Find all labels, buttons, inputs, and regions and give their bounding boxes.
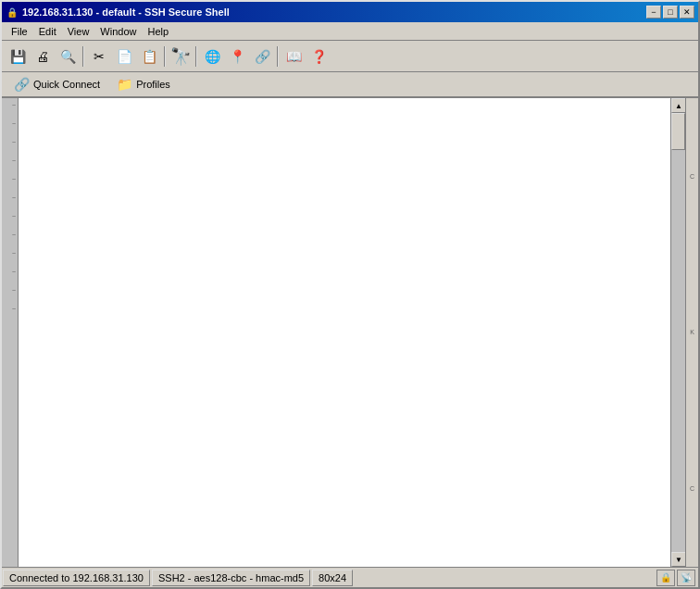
left-ruler: ~ ~ ~ ~ ~ ~ ~ ~ ~ ~ ~ ~ xyxy=(2,98,19,567)
terminal-line xyxy=(20,219,669,235)
cut-button[interactable]: ✂ xyxy=(87,44,111,69)
statusbar: Connected to 192.168.31.130 SSH2 - aes12… xyxy=(2,567,698,587)
indicator-c: C xyxy=(690,173,694,180)
scroll-down-button[interactable]: ▼ xyxy=(671,552,686,567)
print-button[interactable]: 🖨 xyxy=(31,44,55,69)
menu-view[interactable]: View xyxy=(62,24,95,39)
ruler-tick: ~ xyxy=(2,213,18,232)
terminal-line xyxy=(20,441,669,457)
book-button[interactable]: 📖 xyxy=(281,44,306,69)
menu-window[interactable]: Window xyxy=(94,24,142,39)
status-size: 80x24 xyxy=(312,570,353,586)
scrollbar-thumb[interactable] xyxy=(671,113,685,150)
indicator-k: K xyxy=(690,329,694,335)
menu-help[interactable]: Help xyxy=(142,24,174,39)
scroll-up-button[interactable]: ▲ xyxy=(671,98,686,113)
right-indicators: C K C xyxy=(685,98,698,567)
zoom-button[interactable]: 🔍 xyxy=(56,44,80,69)
minimize-button[interactable]: − xyxy=(646,6,661,19)
terminal-line xyxy=(20,352,669,369)
ruler-tick: ~ xyxy=(2,157,18,176)
app-icon: 🔒 xyxy=(6,6,19,19)
titlebar-left: 🔒 192.168.31.130 - default - SSH Secure … xyxy=(6,6,230,19)
ruler-tick: ~ xyxy=(2,232,18,250)
quick-connect-icon: 🔗 xyxy=(14,77,30,92)
ruler-tick: ~ xyxy=(2,306,18,324)
ruler-tick: ~ xyxy=(2,139,18,157)
subtoolbar: 🔗 Quick Connect 📁 Profiles xyxy=(2,72,698,98)
ruler-tick: ~ xyxy=(2,269,18,287)
connection-text: Connected to 192.168.31.130 xyxy=(9,572,144,583)
status-connection: Connected to 192.168.31.130 xyxy=(3,570,150,586)
save-button[interactable]: 💾 xyxy=(6,44,30,69)
paste-button[interactable]: 📋 xyxy=(137,44,161,69)
ruler-tick: ~ xyxy=(2,250,18,269)
status-icon-2: 📡 xyxy=(677,570,695,586)
terminal-line xyxy=(20,174,669,191)
toolbar: 💾 🖨 🔍 ✂ 📄 📋 🔭 🌐 📍 🔗 📖 ❓ xyxy=(2,41,698,72)
profiles-icon: 📁 xyxy=(117,77,132,92)
copy-button[interactable]: 📄 xyxy=(112,44,136,69)
terminal-area: ~ ~ ~ ~ ~ ~ ~ ~ ~ ~ ~ ~ xyxy=(2,98,698,567)
status-icon-area: 🔒 📡 xyxy=(656,568,698,588)
ruler-tick: ~ xyxy=(2,120,18,139)
titlebar-controls: − □ ✕ xyxy=(646,6,694,19)
toolbar-sep-2 xyxy=(164,46,166,67)
find-button[interactable]: 🔭 xyxy=(169,44,193,69)
ruler-tick: ~ xyxy=(2,102,18,120)
status-icon-1: 🔒 xyxy=(656,570,675,586)
terminal-line xyxy=(20,307,669,324)
bookmark-button[interactable]: 📍 xyxy=(225,44,249,69)
quick-connect-label: Quick Connect xyxy=(33,79,100,90)
vertical-scrollbar[interactable]: ▲ ▼ xyxy=(670,98,685,567)
terminal-line xyxy=(20,130,669,146)
ruler-tick: ~ xyxy=(2,194,18,213)
titlebar: 🔒 192.168.31.130 - default - SSH Secure … xyxy=(2,2,698,22)
ruler-tick: ~ xyxy=(2,287,18,306)
indicator-c2: C xyxy=(690,485,694,492)
close-button[interactable]: ✕ xyxy=(680,6,694,19)
toolbar-sep-1 xyxy=(82,46,84,67)
toolbar-sep-4 xyxy=(277,46,279,67)
encryption-text: SSH2 - aes128-cbc - hmac-md5 xyxy=(158,572,304,583)
terminal[interactable]: "six.sh" 10L, 139C written [root@localho… xyxy=(19,98,670,567)
globe-button[interactable]: 🌐 xyxy=(200,44,224,69)
help-button[interactable]: ❓ xyxy=(306,44,331,69)
ruler-tick: ~ xyxy=(2,176,18,194)
network-button[interactable]: 🔗 xyxy=(250,44,274,69)
menu-edit[interactable]: Edit xyxy=(33,24,62,39)
size-text: 80x24 xyxy=(319,572,346,583)
quick-connect-button[interactable]: 🔗 Quick Connect xyxy=(6,74,108,94)
terminal-line xyxy=(20,530,669,546)
terminal-line xyxy=(20,263,669,280)
scrollbar-track[interactable] xyxy=(671,113,685,552)
profiles-button[interactable]: 📁 Profiles xyxy=(108,74,179,94)
maximize-button[interactable]: □ xyxy=(663,6,678,19)
toolbar-sep-3 xyxy=(195,46,197,67)
main-window: 🔒 192.168.31.130 - default - SSH Secure … xyxy=(0,0,700,589)
menubar: File Edit View Window Help xyxy=(2,22,698,41)
profiles-label: Profiles xyxy=(136,79,170,90)
terminal-line xyxy=(20,396,669,413)
menu-file[interactable]: File xyxy=(6,24,33,39)
window-title: 192.168.31.130 - default - SSH Secure Sh… xyxy=(22,6,230,18)
status-encryption: SSH2 - aes128-cbc - hmac-md5 xyxy=(152,570,310,586)
terminal-line xyxy=(20,485,669,502)
